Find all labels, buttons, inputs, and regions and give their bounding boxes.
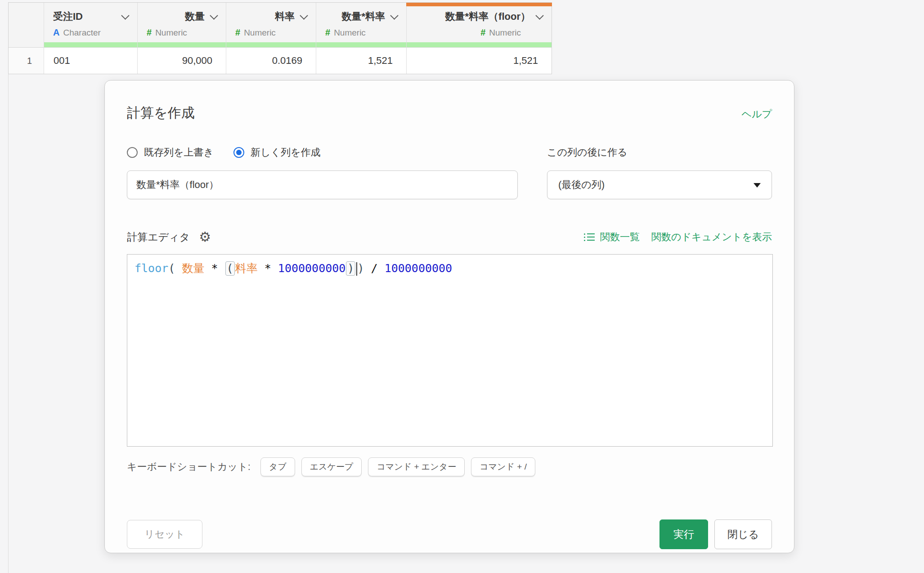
column-type: #Numeric	[416, 27, 543, 38]
column-type: #Numeric	[147, 27, 217, 38]
column-header-1[interactable]: 受注IDACharacter	[44, 3, 138, 42]
chevron-down-icon[interactable]	[535, 11, 543, 19]
numeric-type-icon: #	[147, 27, 152, 38]
formula-editor[interactable]: floor( 数量 * (料率 * 1000000000)) / 1000000…	[127, 254, 773, 447]
formula-token-paren: )	[357, 262, 364, 275]
formula-token-operator: *	[265, 262, 271, 275]
shortcut-key-chip: コマンド + /	[471, 457, 535, 476]
column-name: 数量*料率（floor）	[445, 10, 530, 23]
formula-token-matched-paren: )	[346, 261, 355, 276]
formula-token-operator: /	[371, 262, 378, 275]
column-type: #Numeric	[325, 27, 397, 38]
dropdown-caret-icon	[754, 183, 761, 188]
radio-overwrite-label: 既存列を上書き	[144, 146, 214, 159]
table-cell: 90,000	[138, 48, 226, 74]
formula-token-space	[175, 262, 182, 275]
chevron-down-icon[interactable]	[210, 11, 218, 19]
formula-token-operator: *	[211, 262, 218, 275]
insert-after-selected-value: (最後の列)	[558, 178, 605, 192]
row-number-cell: 1	[9, 48, 44, 74]
character-type-icon: A	[53, 27, 59, 38]
table-header-row: 受注IDACharacter数量#Numeric料率#Numeric数量*料率#…	[9, 3, 552, 42]
column-name: 数量*料率	[341, 10, 385, 23]
formula-token-matched-paren: (	[225, 261, 235, 276]
quality-strip	[138, 42, 226, 48]
new-column-highlight-bar	[406, 3, 552, 6]
function-list-link[interactable]: 関数一覧	[584, 230, 640, 244]
radio-overwrite-existing-column[interactable]: 既存列を上書き	[127, 146, 214, 159]
pane-divider	[8, 74, 9, 573]
function-doc-link[interactable]: 関数のドキュメントを表示	[651, 230, 772, 244]
table-cell: 1,521	[316, 48, 407, 74]
function-list-label: 関数一覧	[600, 230, 640, 244]
formula-token-space	[364, 262, 371, 275]
table-row: 1 00190,0000.01691,5211,521	[9, 48, 552, 74]
formula-token-column: 料率	[235, 262, 258, 275]
run-button[interactable]: 実行	[659, 519, 708, 549]
column-type: #Numeric	[235, 27, 307, 38]
table-cell: 0.0169	[226, 48, 316, 74]
column-type: ACharacter	[53, 27, 128, 38]
column-type-label: Character	[63, 28, 100, 38]
chevron-down-icon[interactable]	[300, 11, 308, 19]
chevron-down-icon[interactable]	[121, 11, 129, 19]
close-button[interactable]: 閉じる	[714, 519, 772, 549]
data-table: 受注IDACharacter数量#Numeric料率#Numeric数量*料率#…	[8, 2, 552, 74]
column-name: 受注ID	[53, 10, 83, 23]
insert-after-label: この列の後に作る	[547, 146, 772, 159]
row-number-header-cell	[9, 3, 44, 42]
shortcut-key-chip: コマンド + エンター	[368, 457, 465, 476]
shortcut-key-chip: エスケープ	[301, 457, 362, 476]
column-name: 料率	[275, 10, 295, 23]
list-icon	[584, 233, 595, 241]
gear-icon[interactable]: ⚙	[199, 230, 211, 244]
quality-strip	[44, 42, 138, 48]
column-type-label: Numeric	[489, 28, 521, 38]
calculation-editor-label: 計算エディタ	[127, 230, 190, 244]
quality-strip	[226, 42, 316, 48]
column-header-5[interactable]: 数量*料率（floor）#Numeric	[407, 3, 552, 42]
create-calculation-dialog: 計算を作成 ヘルプ 既存列を上書き 新しく列を作成 この列の後に作る (最後の列…	[104, 80, 794, 553]
formula-token-space	[218, 262, 225, 275]
column-name: 数量	[185, 10, 205, 23]
radio-selected-icon[interactable]	[233, 147, 244, 158]
column-quality-strip-row	[9, 42, 552, 48]
formula-token-paren: (	[168, 262, 175, 275]
reset-button[interactable]: リセット	[127, 520, 202, 549]
column-header-4[interactable]: 数量*料率#Numeric	[316, 3, 407, 42]
column-header-3[interactable]: 料率#Numeric	[226, 3, 316, 42]
table-cell: 001	[44, 48, 138, 74]
numeric-type-icon: #	[480, 27, 485, 38]
column-type-label: Numeric	[155, 28, 187, 38]
insert-after-select[interactable]: (最後の列)	[547, 170, 772, 199]
column-type-label: Numeric	[334, 28, 366, 38]
keyboard-shortcuts-label: キーボードショートカット:	[127, 460, 251, 474]
quality-strip	[407, 42, 552, 48]
formula-token-space	[258, 262, 265, 275]
new-column-name-input[interactable]	[127, 170, 518, 199]
numeric-type-icon: #	[325, 27, 330, 38]
column-type-label: Numeric	[244, 28, 276, 38]
radio-circle-icon[interactable]	[127, 147, 138, 158]
radio-create-new-column[interactable]: 新しく列を作成	[233, 146, 321, 159]
formula-token-space	[378, 262, 385, 275]
formula-token-space	[204, 262, 211, 275]
formula-token-number: 1000000000	[278, 262, 346, 275]
dialog-title: 計算を作成	[127, 104, 195, 122]
shortcut-key-chip: タブ	[260, 457, 295, 476]
quality-strip-spacer	[9, 42, 44, 48]
quality-strip	[316, 42, 407, 48]
column-header-2[interactable]: 数量#Numeric	[138, 3, 226, 42]
chevron-down-icon[interactable]	[390, 11, 398, 19]
numeric-type-icon: #	[235, 27, 240, 38]
formula-token-column: 数量	[182, 262, 204, 275]
formula-token-function: floor	[135, 262, 168, 275]
help-link[interactable]: ヘルプ	[741, 107, 772, 121]
table-cell: 1,521	[407, 48, 552, 74]
radio-new-label: 新しく列を作成	[251, 146, 321, 159]
formula-token-space	[271, 262, 278, 275]
formula-token-number: 1000000000	[385, 262, 453, 275]
